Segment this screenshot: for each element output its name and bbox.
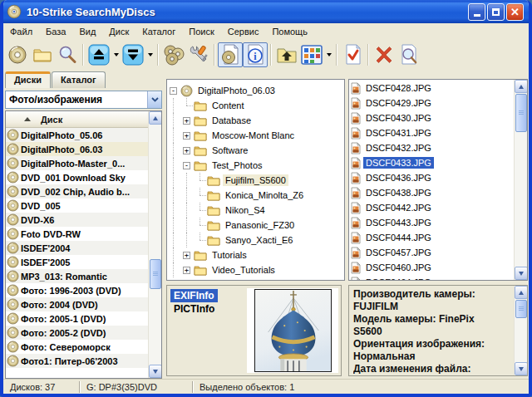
menu-item-помощь[interactable]: Помощь bbox=[265, 25, 314, 38]
folder-up-button[interactable] bbox=[274, 42, 299, 67]
file-row[interactable]: DSCF0436.JPG bbox=[349, 170, 514, 185]
tree-expander[interactable]: + bbox=[180, 143, 194, 158]
disc-row[interactable]: Фото1: Питер-06'2003 bbox=[6, 354, 148, 368]
scroll-down-icon[interactable] bbox=[515, 362, 528, 375]
tree-node[interactable]: -DigitalPhoto_06.03 bbox=[167, 83, 344, 98]
tree-expander[interactable]: + bbox=[180, 113, 194, 128]
tree-node[interactable]: -Test_Photos bbox=[167, 158, 344, 173]
file-row[interactable]: DSCF0464.JPG bbox=[349, 275, 514, 280]
category-combobox[interactable]: Фото/изображения bbox=[5, 91, 162, 109]
disc-row[interactable]: DigitalPhoto_06.03 bbox=[6, 142, 148, 156]
menu-item-поиск[interactable]: Поиск bbox=[182, 25, 220, 38]
file-row[interactable]: DSCF0460.JPG bbox=[349, 260, 514, 275]
disc-list-scrollbar[interactable] bbox=[148, 111, 161, 378]
tree-node[interactable]: +Moscow-Mont Blanc bbox=[167, 128, 344, 143]
file-row[interactable]: DSCF0443.JPG bbox=[349, 215, 514, 230]
disc-row[interactable]: Фото: 1996-2003 (DVD) bbox=[6, 283, 148, 297]
disc-row[interactable]: DVD_002 Chip, Audio b... bbox=[6, 184, 148, 198]
disc-collection-button[interactable] bbox=[161, 42, 186, 67]
delete-button[interactable] bbox=[372, 42, 397, 67]
menu-item-файл[interactable]: Файл bbox=[3, 25, 39, 38]
file-row[interactable]: DSCF0431.JPG bbox=[349, 125, 514, 140]
disc-row[interactable]: ISDEF'2005 bbox=[6, 255, 148, 269]
menu-item-сервис[interactable]: Сервис bbox=[221, 25, 266, 38]
scroll-down-icon[interactable] bbox=[149, 365, 162, 378]
eject-disc-button[interactable] bbox=[86, 42, 111, 67]
disc-row[interactable]: Foto DVD-RW bbox=[6, 227, 148, 241]
file-row[interactable]: DSCF0430.JPG bbox=[349, 110, 514, 125]
tree-node[interactable]: Konica_Minolta_Z6 bbox=[167, 188, 344, 203]
info-tab-pictinfo[interactable]: PICTInfo bbox=[170, 302, 218, 316]
tab-каталог[interactable]: Каталог bbox=[52, 71, 106, 88]
file-label: DSCF0432.JPG bbox=[363, 142, 434, 154]
file-row[interactable]: DSCF0444.JPG bbox=[349, 230, 514, 245]
tree-expander[interactable]: + bbox=[180, 128, 194, 143]
menu-item-база[interactable]: База bbox=[39, 25, 72, 38]
add-disc-button[interactable] bbox=[5, 42, 30, 67]
disc-row[interactable]: DigitalPhoto_05.06 bbox=[6, 128, 148, 142]
scroll-down-icon[interactable] bbox=[515, 267, 528, 280]
tree-node[interactable]: +Video_Tutorials bbox=[167, 262, 344, 277]
scroll-up-icon[interactable] bbox=[515, 80, 528, 93]
disc-row[interactable]: DVD_001 Download Sky bbox=[6, 170, 148, 184]
tree-node[interactable]: +Software bbox=[167, 143, 344, 158]
disc-list-header[interactable]: Диск bbox=[6, 111, 148, 128]
search-button[interactable] bbox=[55, 42, 80, 67]
file-row[interactable]: DSCF0457.JPG bbox=[349, 245, 514, 260]
file-row[interactable]: DSCF0432.JPG bbox=[349, 140, 514, 155]
disc-row[interactable]: MP3_013: Romantic bbox=[6, 269, 148, 283]
tree-node[interactable]: Content bbox=[167, 98, 344, 113]
tree-expander[interactable]: - bbox=[180, 158, 194, 173]
scrollbar-thumb[interactable] bbox=[515, 300, 527, 318]
menu-item-диск[interactable]: Диск bbox=[102, 25, 135, 38]
scroll-up-icon[interactable] bbox=[515, 286, 528, 299]
tree-expander[interactable]: + bbox=[180, 262, 194, 277]
eject-disc-button-dropdown-icon[interactable] bbox=[111, 42, 121, 67]
load-disc-button[interactable] bbox=[121, 42, 145, 67]
open-folder-button[interactable] bbox=[30, 42, 55, 67]
load-disc-button-dropdown-icon[interactable] bbox=[145, 42, 155, 67]
disc-row[interactable]: Фото: 2004 (DVD) bbox=[6, 297, 148, 311]
file-row[interactable]: DSCF0429.JPG bbox=[349, 96, 514, 110]
tree-node[interactable]: +Tutorials bbox=[167, 248, 344, 262]
disc-row[interactable]: DVD_005 bbox=[6, 198, 148, 213]
verify-button[interactable] bbox=[340, 42, 365, 67]
disc-row[interactable]: DVD-X6 bbox=[6, 213, 148, 227]
disc-info-button[interactable] bbox=[218, 42, 243, 67]
chevron-down-icon[interactable] bbox=[147, 91, 161, 108]
tree-node[interactable]: Sanyo_Xacti_E6 bbox=[167, 233, 344, 248]
menu-item-каталог[interactable]: Каталог bbox=[135, 25, 182, 38]
menu-item-вид[interactable]: Вид bbox=[72, 25, 102, 38]
disc-row[interactable]: Фото: Североморск bbox=[6, 340, 148, 354]
tree-node[interactable]: Nikon_S4 bbox=[167, 203, 344, 218]
close-button[interactable]: ✕ bbox=[506, 3, 524, 21]
maximize-button[interactable] bbox=[487, 3, 505, 21]
file-row[interactable]: DSCF0433.JPG bbox=[349, 155, 514, 170]
file-list-scrollbar[interactable] bbox=[514, 80, 527, 280]
exif-scrollbar[interactable] bbox=[514, 286, 527, 375]
file-row[interactable]: DSCF0438.JPG bbox=[349, 185, 514, 200]
file-row[interactable]: DSCF0442.JPG bbox=[349, 200, 514, 215]
tree-expander[interactable]: - bbox=[167, 83, 180, 98]
scrollbar-thumb[interactable] bbox=[150, 259, 161, 289]
view-mode-button[interactable] bbox=[299, 42, 324, 67]
tree-node[interactable]: Fujifilm_S5600 bbox=[167, 173, 344, 188]
title-bar[interactable]: 10-Strike SearchMyDiscs ✕ bbox=[0, 0, 532, 23]
file-row[interactable]: DSCF0428.JPG bbox=[349, 81, 514, 96]
minimize-button[interactable] bbox=[468, 3, 485, 21]
info-tab-exifinfo[interactable]: EXIFInfo bbox=[170, 289, 218, 302]
scrollbar-thumb[interactable] bbox=[515, 94, 527, 132]
view-mode-button-dropdown-icon[interactable] bbox=[324, 42, 333, 67]
disc-row[interactable]: Фото: 2005-2 (DVD) bbox=[6, 326, 148, 340]
scroll-up-icon[interactable] bbox=[149, 111, 162, 125]
tree-expander[interactable]: + bbox=[180, 248, 194, 262]
disc-row[interactable]: DigitalPhoto-Master_0... bbox=[6, 156, 148, 170]
disc-row[interactable]: Фото: 2005-1 (DVD) bbox=[6, 311, 148, 326]
tab-диски[interactable]: Диски bbox=[5, 71, 51, 88]
file-info-button[interactable]: i bbox=[243, 42, 268, 67]
tree-node[interactable]: +Database bbox=[167, 113, 344, 128]
settings-button[interactable] bbox=[186, 42, 211, 67]
disc-row[interactable]: ISDEF'2004 bbox=[6, 241, 148, 255]
preview-button[interactable] bbox=[397, 42, 421, 67]
tree-node[interactable]: Panasonic_FZ30 bbox=[167, 218, 344, 233]
